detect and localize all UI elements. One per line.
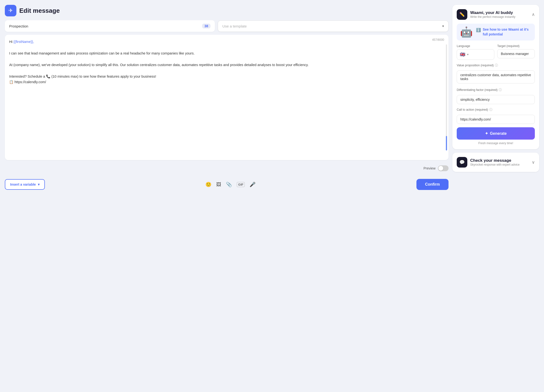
scrollbar-thumb [446,136,447,150]
confirm-button[interactable]: Confirm [416,179,449,190]
cta-section: Call to action (required) ⓘ [457,108,535,124]
message-content: Hi {{firstName}}, I can see that lead ma… [9,39,444,85]
target-label: Target (required) [497,44,535,48]
gif-icon[interactable]: GIF [237,182,245,187]
flag-icon: 🇬🇧 [460,52,465,57]
waami-promo-text: ℹ️ See how to use Waami at it's full pot… [476,27,531,37]
check-message-title-block: Check your message Skyrocket response wi… [470,158,520,166]
page-header: ✈ Edit message [5,5,449,16]
controls-row: Prospection 38 Use a template ▾ [5,20,449,32]
diff-factor-label: Differentiating factor (required) [457,88,497,92]
bottom-toolbar: Insert a variable ▾ 🙂 🖼 📎 GIF 🎤 Confirm [5,176,449,194]
prospection-label: Prospection [9,24,28,28]
chevron-up-icon[interactable]: ∧ [532,12,535,17]
value-prop-label-row: Value proposition (required) ⓘ [457,63,535,68]
info-circle-icon: ℹ️ [476,28,481,32]
ai-buddy-title-block: Waami, your AI buddy Write the perfect m… [470,10,515,19]
check-message-card: 💬 Check your message Skyrocket response … [452,153,539,172]
ai-buddy-title-row: ✏️ Waami, your AI buddy Write the perfec… [457,9,515,20]
prospection-badge: 38 [202,24,211,28]
check-message-subtitle: Skyrocket response with expert advice [470,163,520,166]
generate-label: Generate [490,131,507,136]
cta-label: Call to action (required) [457,108,488,111]
ai-buddy-card: ✏️ Waami, your AI buddy Write the perfec… [452,5,539,149]
generate-icon: ✦ [485,131,488,136]
template-dropdown[interactable]: Use a template ▾ [218,20,449,32]
check-message-name: Check your message [470,158,520,163]
char-count: 457/8000 [432,38,444,41]
attachment-icon[interactable]: 📎 [226,182,232,187]
ai-buddy-icon: ✏️ [457,9,467,20]
generate-button[interactable]: ✦ Generate [457,127,535,140]
language-col: Language 🇬🇧 ▾ [457,44,494,60]
language-select[interactable]: 🇬🇧 ▾ [457,49,494,60]
diff-factor-input[interactable] [457,95,535,104]
prospection-box: Prospection 38 [5,20,215,32]
emoji-icon[interactable]: 🙂 [205,182,211,187]
target-col: Target (required) [497,44,535,60]
value-prop-section: Value proposition (required) ⓘ [457,63,535,84]
check-message-header: 💬 Check your message Skyrocket response … [457,157,535,168]
paragraph-1: I can see that lead management and sales… [9,51,439,56]
toggle-knob [438,166,443,171]
chevron-down-icon: ▾ [38,182,40,186]
language-target-row: Language 🇬🇧 ▾ Target (required) [457,44,535,60]
page-title: Edit message [19,7,60,14]
info-icon[interactable]: ⓘ [489,108,492,112]
ai-buddy-name: Waami, your AI buddy [470,10,515,15]
cta-label-row: Call to action (required) ⓘ [457,108,535,112]
preview-bar: Preview [5,163,449,174]
paragraph-2: At (company name), we've developed (your… [9,62,439,68]
robot-icon: 🤖 [460,27,473,37]
scrollbar[interactable] [446,44,447,150]
template-dropdown-label: Use a template [222,24,247,28]
target-input[interactable] [497,49,535,58]
left-panel: ✈ Edit message Prospection 38 Use a temp… [5,5,449,194]
value-prop-label: Value proposition (required) [457,64,494,67]
ai-buddy-subtitle: Write the perfect message instantly [470,15,515,19]
calendly-link: 📋 https://calendly.com/ [9,79,439,85]
firstname-variable: {{firstName}}, [14,40,34,44]
waami-promo-link[interactable]: See how to use Waami at it's full potent… [483,27,531,37]
cta-input[interactable] [457,115,535,124]
diff-factor-section: Differentiating factor (required) ⓘ [457,88,535,104]
chevron-down-icon: ▾ [442,24,444,28]
insert-variable-label: Insert a variable [10,182,36,186]
greeting-text: Hi [9,40,14,44]
preview-label: Preview [423,166,435,170]
microphone-icon[interactable]: 🎤 [250,182,256,187]
generate-subtext: Fresh message every time! [457,142,535,145]
message-editor[interactable]: 457/8000 Hi {{firstName}}, I can see tha… [5,35,449,160]
right-panel: ✏️ Waami, your AI buddy Write the perfec… [452,5,539,172]
toolbar-icons: 🙂 🖼 📎 GIF 🎤 [205,182,256,187]
check-message-icon: 💬 [457,157,467,168]
info-icon[interactable]: ⓘ [499,88,502,92]
image-icon[interactable]: 🖼 [216,182,221,187]
insert-variable-button[interactable]: Insert a variable ▾ [5,179,45,190]
diff-factor-label-row: Differentiating factor (required) ⓘ [457,88,535,92]
check-message-title-row: 💬 Check your message Skyrocket response … [457,157,520,168]
app-icon: ✈ [5,5,16,16]
ai-buddy-header: ✏️ Waami, your AI buddy Write the perfec… [457,9,535,20]
value-prop-input[interactable] [457,70,535,83]
waami-promo-banner: 🤖 ℹ️ See how to use Waami at it's full p… [457,24,535,41]
preview-toggle[interactable] [438,165,449,171]
chevron-down-icon: ▾ [467,53,469,56]
info-icon[interactable]: ⓘ [495,63,498,68]
paragraph-3: Interested? Schedule a 📞 (10 minutes max… [9,74,439,80]
chevron-down-icon[interactable]: ∨ [532,160,535,165]
language-label: Language [457,44,494,48]
